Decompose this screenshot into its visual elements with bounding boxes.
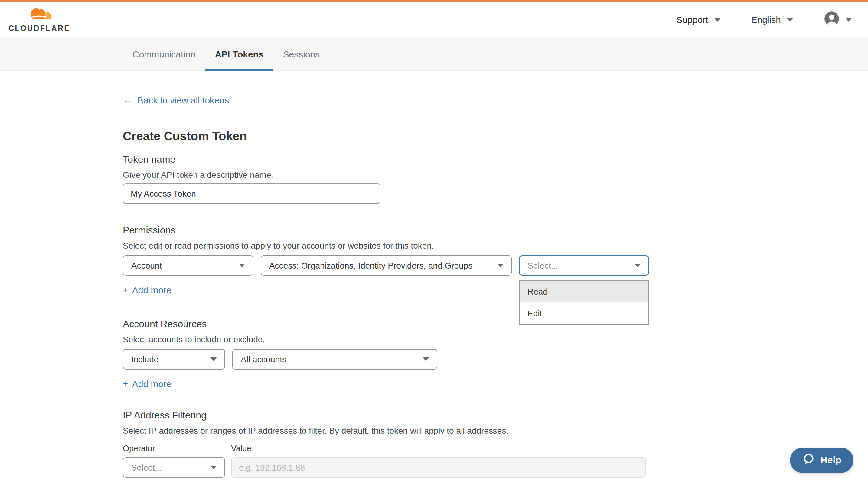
ip-controls-row: Select... — [123, 457, 868, 478]
chevron-down-icon — [497, 264, 503, 267]
header: CLOUDFLARE Support English — [0, 2, 868, 37]
back-link-label: Back to view all tokens — [137, 94, 229, 106]
tab-api-tokens[interactable]: API Tokens — [205, 37, 273, 71]
back-to-tokens-link[interactable]: ← Back to view all tokens — [123, 94, 229, 106]
token-name-label: Token name — [123, 154, 868, 166]
tab-communication[interactable]: Communication — [123, 37, 205, 71]
token-name-description: Give your API token a descriptive name. — [123, 169, 868, 181]
chevron-down-icon — [714, 18, 721, 22]
permission-access-select[interactable]: Select... — [519, 255, 649, 276]
permission-scope-value: Account — [131, 261, 162, 270]
accounts-select[interactable]: All accounts — [232, 349, 437, 369]
dropdown-option-edit[interactable]: Edit — [520, 302, 648, 324]
chevron-down-icon — [211, 357, 217, 361]
chevron-down-icon — [211, 466, 217, 469]
permissions-description: Select edit or read permissions to apply… — [123, 240, 868, 252]
chat-bubble-icon — [802, 453, 815, 468]
cloudflare-cloud-icon — [25, 7, 53, 23]
top-accent-bar — [0, 0, 868, 2]
include-exclude-value: Include — [131, 354, 158, 364]
page-title: Create Custom Token — [123, 128, 868, 144]
accounts-value: All accounts — [241, 354, 286, 364]
page: CLOUDFLARE Support English — [0, 0, 868, 482]
add-more-label: Add more — [132, 284, 172, 296]
tab-bar: Communication API Tokens Sessions — [0, 37, 868, 71]
permission-access-select-wrap: Select... Read Edit — [519, 255, 649, 276]
account-resources-description: Select accounts to include or exclude. — [123, 334, 868, 345]
tab-sessions[interactable]: Sessions — [273, 37, 330, 71]
ip-field-labels: Operator Value — [123, 444, 868, 454]
access-level-dropdown-menu: Read Edit — [519, 280, 649, 325]
help-button[interactable]: Help — [790, 448, 854, 473]
value-label: Value — [231, 444, 251, 454]
account-menu[interactable] — [824, 10, 852, 29]
language-menu-label: English — [751, 14, 781, 25]
support-menu[interactable]: Support — [677, 14, 721, 25]
token-name-input[interactable] — [123, 183, 380, 204]
permission-resource-select[interactable]: Access: Organizations, Identity Provider… — [261, 255, 512, 276]
permissions-row: Account Access: Organizations, Identity … — [123, 255, 868, 276]
operator-placeholder: Select... — [131, 463, 162, 472]
main-content: ← Back to view all tokens Create Custom … — [0, 71, 868, 482]
ip-filtering-label: IP Address Filtering — [123, 410, 868, 421]
account-resources-add-more-link[interactable]: + Add more — [123, 378, 172, 390]
chevron-down-icon — [845, 18, 852, 22]
account-resources-label: Account Resources — [123, 318, 868, 330]
add-more-label: Add more — [132, 378, 172, 390]
ip-filtering-description: Select IP addresses or ranges of IP addr… — [123, 425, 868, 437]
plus-icon: + — [123, 284, 128, 296]
chevron-down-icon — [786, 18, 794, 22]
plus-icon: + — [123, 378, 128, 390]
language-menu[interactable]: English — [751, 14, 794, 25]
cloudflare-logo[interactable]: CLOUDFLARE — [9, 7, 69, 32]
user-avatar-icon — [824, 10, 840, 29]
permission-scope-select[interactable]: Account — [123, 255, 253, 276]
header-right: Support English — [646, 10, 852, 29]
chevron-down-icon — [423, 357, 429, 361]
ip-value-input[interactable] — [231, 457, 646, 478]
include-exclude-select[interactable]: Include — [123, 349, 225, 369]
operator-label: Operator — [123, 444, 231, 454]
permission-resource-value: Access: Organizations, Identity Provider… — [269, 261, 472, 270]
account-resources-row: Include All accounts — [123, 349, 868, 369]
permission-access-placeholder: Select... — [527, 261, 558, 270]
cloudflare-logo-text: CLOUDFLARE — [8, 24, 70, 32]
chevron-down-icon — [239, 264, 245, 267]
support-menu-label: Support — [677, 14, 708, 25]
operator-select[interactable]: Select... — [123, 457, 225, 478]
back-arrow-icon: ← — [123, 94, 133, 106]
dropdown-option-read[interactable]: Read — [520, 281, 648, 302]
permissions-label: Permissions — [123, 224, 868, 236]
chevron-down-icon — [634, 264, 641, 267]
permissions-add-more-link[interactable]: + Add more — [123, 284, 172, 296]
help-button-label: Help — [820, 455, 841, 466]
